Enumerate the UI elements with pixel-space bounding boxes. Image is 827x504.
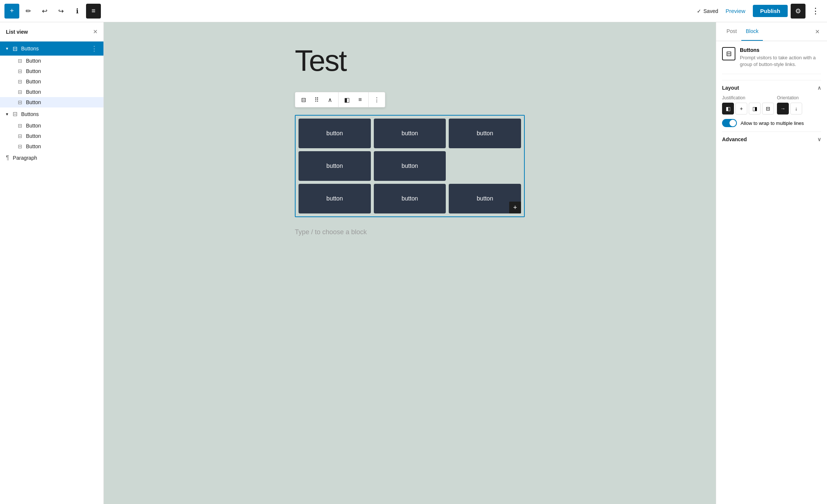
- buttons-block-icon: ⊟: [13, 45, 17, 52]
- button-item[interactable]: button: [299, 151, 371, 181]
- block-more-button[interactable]: ⋮: [370, 93, 383, 106]
- orientation-col: Orientation → ↓: [777, 95, 821, 115]
- wrap-label: Allow to wrap to multiple lines: [741, 120, 804, 126]
- info-button[interactable]: ℹ: [70, 4, 85, 19]
- button-item[interactable]: button: [299, 184, 371, 213]
- sidebar-item-button-1-3[interactable]: ⊟ Button: [0, 76, 103, 87]
- sidebar-item-button-2-3[interactable]: ⊟ Button: [0, 141, 103, 152]
- layout-label: Layout: [722, 85, 739, 91]
- advanced-label: Advanced: [722, 136, 747, 142]
- layout-section-header[interactable]: Layout ∧: [722, 80, 821, 95]
- sidebar-child-label: Button: [26, 123, 41, 129]
- sidebar-child-label: Button: [26, 133, 41, 139]
- sidebar-close-button[interactable]: ×: [93, 27, 98, 36]
- sidebar-child-label: Button: [26, 68, 41, 74]
- sidebar-item-button-2-1[interactable]: ⊟ Button: [0, 120, 103, 131]
- layout-section: Layout ∧ Justification ◧ + ◨ ⊟: [722, 80, 821, 132]
- undo-button[interactable]: ↩: [37, 4, 52, 19]
- drag-handle-button[interactable]: ⠿: [310, 93, 323, 106]
- paragraph-block-icon: ¶: [6, 155, 9, 161]
- right-panel: Post Block × ⊟ Buttons Prompt visitors t…: [716, 22, 827, 504]
- toolbar: + ✏ ↩ ↪ ℹ ≡ ✓ Saved Preview Publish ⚙ ⋮: [0, 0, 827, 22]
- sidebar-child-label: Button: [26, 89, 41, 95]
- list-view-button[interactable]: ≡: [86, 4, 101, 19]
- tab-block[interactable]: Block: [741, 22, 763, 41]
- sidebar-item-buttons-2[interactable]: ▾ ⊟ Buttons: [0, 107, 103, 120]
- sidebar-item-paragraph[interactable]: ¶ Paragraph: [0, 152, 103, 164]
- justify-left-button[interactable]: ◧: [722, 103, 734, 115]
- orientation-buttons: → ↓: [777, 103, 821, 115]
- wrap-toggle[interactable]: [722, 119, 737, 127]
- settings-button[interactable]: ⚙: [791, 4, 805, 19]
- main-layout: List view × ▾ ⊟ Buttons ⋮ ⊟ Button ⊟ But…: [0, 22, 827, 504]
- button-block-icon: ⊟: [18, 123, 22, 129]
- redo-button[interactable]: ↪: [53, 4, 68, 19]
- chevron-down-icon: ▾: [6, 112, 8, 117]
- block-info-icon: ⊟: [722, 47, 735, 60]
- justify-right-button[interactable]: ◨: [749, 103, 761, 115]
- sidebar-item-button-1-2[interactable]: ⊟ Button: [0, 66, 103, 76]
- sidebar-item-label: Buttons: [21, 111, 39, 117]
- buttons-block-icon: ⊟: [13, 110, 17, 117]
- layout-row: Justification ◧ + ◨ ⊟ Orientation →: [722, 95, 821, 115]
- orient-horizontal-button[interactable]: →: [777, 103, 789, 115]
- block-type-group: ⊟ ⠿ ∧: [295, 92, 339, 107]
- list-view-title: List view: [6, 29, 28, 35]
- orient-vertical-button[interactable]: ↓: [790, 103, 802, 115]
- chevron-down-icon: ▾: [6, 46, 8, 51]
- publish-button[interactable]: Publish: [753, 5, 788, 17]
- panel-tabs: Post Block ×: [716, 22, 827, 41]
- block-name: Buttons: [740, 47, 821, 53]
- panel-close-button[interactable]: ×: [814, 22, 821, 41]
- button-block-icon: ⊟: [18, 143, 22, 149]
- justification-col: Justification ◧ + ◨ ⊟: [722, 95, 774, 115]
- sidebar-item-button-1-1[interactable]: ⊟ Button: [0, 56, 103, 66]
- wrap-toggle-row: Allow to wrap to multiple lines: [722, 119, 821, 127]
- justify-button[interactable]: ≡: [353, 93, 367, 106]
- move-up-button[interactable]: ∧: [323, 93, 337, 106]
- button-block-icon: ⊟: [18, 99, 22, 105]
- more-group: ⋮: [369, 92, 385, 107]
- align-left-button[interactable]: ◧: [340, 93, 353, 106]
- button-block-icon: ⊟: [18, 68, 22, 74]
- editor-canvas: Test ⊟ ⠿ ∧ ◧ ≡ ⋮ button button: [295, 37, 525, 240]
- sidebar-item-button-2-2[interactable]: ⊟ Button: [0, 131, 103, 141]
- justify-center-button[interactable]: +: [735, 103, 747, 115]
- layout-controls: Justification ◧ + ◨ ⊟ Orientation →: [722, 95, 821, 132]
- toolbar-left: + ✏ ↩ ↪ ℹ ≡: [4, 4, 695, 19]
- sidebar-item-label: Buttons: [21, 46, 39, 52]
- button-item[interactable]: button: [449, 119, 521, 148]
- sidebar-item-label: Paragraph: [13, 155, 37, 161]
- block-info-text: Buttons Prompt visitors to take action w…: [740, 47, 821, 68]
- editor-area[interactable]: Test ⊟ ⠿ ∧ ◧ ≡ ⋮ button button: [104, 22, 716, 504]
- justify-buttons: ◧ + ◨ ⊟: [722, 103, 774, 115]
- item-more-icon[interactable]: ⋮: [91, 44, 98, 53]
- check-icon: ✓: [697, 8, 701, 14]
- button-item[interactable]: button: [299, 119, 371, 148]
- sidebar-child-label: Button: [26, 99, 41, 105]
- toolbar-right: ✓ Saved Preview Publish ⚙ ⋮: [697, 4, 823, 19]
- button-item[interactable]: button: [374, 119, 446, 148]
- tab-post[interactable]: Post: [722, 22, 741, 41]
- add-button-item[interactable]: +: [509, 202, 521, 213]
- preview-button[interactable]: Preview: [721, 6, 749, 16]
- button-item[interactable]: button: [374, 151, 446, 181]
- chevron-down-icon: ∨: [817, 136, 821, 142]
- block-type-button[interactable]: ⊟: [297, 93, 310, 106]
- justify-space-button[interactable]: ⊟: [762, 103, 774, 115]
- sidebar: List view × ▾ ⊟ Buttons ⋮ ⊟ Button ⊟ But…: [0, 22, 104, 504]
- sidebar-item-button-1-4[interactable]: ⊟ Button: [0, 87, 103, 97]
- tools-button[interactable]: ✏: [21, 4, 36, 19]
- add-block-button[interactable]: +: [4, 4, 19, 19]
- panel-content: ⊟ Buttons Prompt visitors to take action…: [716, 41, 827, 504]
- alignment-group: ◧ ≡: [339, 92, 369, 107]
- saved-label: Saved: [704, 8, 718, 14]
- page-title[interactable]: Test: [295, 37, 525, 84]
- buttons-block: button button button button button butto…: [295, 115, 525, 217]
- button-item[interactable]: button: [374, 184, 446, 213]
- advanced-section-header[interactable]: Advanced ∨: [722, 132, 821, 147]
- sidebar-item-button-1-5[interactable]: ⊟ Button: [0, 97, 103, 107]
- more-options-button[interactable]: ⋮: [808, 5, 823, 17]
- button-block-icon: ⊟: [18, 58, 22, 64]
- sidebar-item-buttons-1[interactable]: ▾ ⊟ Buttons ⋮: [0, 42, 103, 56]
